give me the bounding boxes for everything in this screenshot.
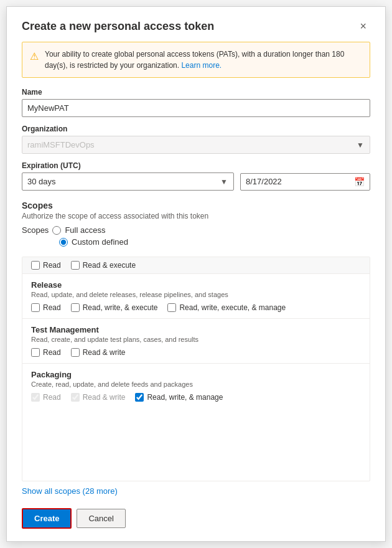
- packaging-checkboxes: Read Read & write Read, write, & manage: [31, 393, 361, 402]
- release-scope-section: Release Read, update, and delete release…: [22, 274, 370, 319]
- release-rwem-item: Read, write, execute, & manage: [167, 303, 286, 312]
- scopes-title: Scopes: [22, 201, 370, 210]
- packaging-read-label: Read: [43, 393, 61, 402]
- release-read-item: Read: [31, 303, 61, 312]
- partial-read-execute-item: Read & execute: [71, 261, 136, 270]
- warning-icon: ⚠: [30, 49, 39, 64]
- footer-buttons: Create Cancel: [22, 508, 370, 529]
- test-read-checkbox[interactable]: [31, 348, 40, 357]
- release-title: Release: [31, 280, 361, 290]
- scopes-radio-group: Scopes Full access: [22, 225, 370, 235]
- learn-more-link[interactable]: Learn more.: [181, 61, 222, 70]
- test-read-item: Read: [31, 348, 61, 357]
- test-management-scope-section: Test Management Read, create, and update…: [22, 319, 370, 364]
- packaging-desc: Create, read, update, and delete feeds a…: [31, 380, 361, 388]
- partial-read-checkbox[interactable]: [31, 261, 40, 270]
- partial-read-label: Read: [43, 261, 61, 270]
- packaging-rwm-item: Read, write, & manage: [135, 393, 223, 402]
- release-rwem-label: Read, write, execute, & manage: [179, 303, 286, 312]
- packaging-scope-section: Packaging Create, read, update, and dele…: [22, 364, 370, 408]
- packaging-rwm-checkbox[interactable]: [135, 393, 144, 402]
- partial-read-execute-checkbox[interactable]: [71, 261, 80, 270]
- create-button[interactable]: Create: [22, 508, 72, 529]
- test-mgmt-title: Test Management: [31, 325, 361, 334]
- partial-read-item: Read: [31, 261, 61, 270]
- test-rw-checkbox[interactable]: [71, 348, 80, 357]
- warning-banner: ⚠ Your ability to create global personal…: [22, 42, 370, 78]
- release-desc: Read, update, and delete releases, relea…: [31, 291, 361, 298]
- dialog-header: Create a new personal access token ×: [22, 19, 370, 33]
- scopes-scroll-area[interactable]: Read Read & execute Release Read, update…: [22, 257, 370, 456]
- release-read-checkbox[interactable]: [31, 303, 40, 312]
- calendar-icon: 📅: [354, 177, 365, 187]
- test-rw-item: Read & write: [71, 348, 126, 357]
- scopes-description: Authorize the scope of access associated…: [22, 212, 370, 220]
- partial-read-execute-label: Read & execute: [83, 261, 136, 270]
- packaging-read-item: Read: [31, 393, 61, 402]
- date-input[interactable]: [246, 177, 350, 186]
- scopes-section: Scopes Authorize the scope of access ass…: [22, 201, 370, 249]
- partial-scope-row: Read Read & execute: [22, 257, 370, 274]
- full-access-label: Full access: [65, 225, 105, 235]
- packaging-read-checkbox[interactable]: [31, 393, 40, 402]
- name-field-group: Name: [22, 88, 370, 125]
- test-mgmt-checkboxes: Read Read & write: [31, 348, 361, 357]
- custom-defined-label: Custom defined: [72, 237, 128, 247]
- release-rwe-item: Read, write, & execute: [71, 303, 158, 312]
- packaging-rw-label: Read & write: [83, 393, 126, 402]
- test-read-label: Read: [43, 348, 61, 357]
- release-rwem-checkbox[interactable]: [167, 303, 176, 312]
- org-select: ramiMSFTDevOps: [22, 136, 370, 154]
- packaging-rwm-label: Read, write, & manage: [147, 393, 223, 402]
- close-button[interactable]: ×: [356, 19, 370, 33]
- scopes-content-box: Read Read & execute Release Read, update…: [22, 257, 370, 481]
- create-pat-dialog: Create a new personal access token × ⚠ Y…: [6, 6, 386, 542]
- expiration-select[interactable]: 30 days 7 days 14 days 90 days Custom de…: [22, 172, 234, 191]
- release-rwe-checkbox[interactable]: [71, 303, 80, 312]
- expiration-field-group: Expiration (UTC) 30 days 7 days 14 days …: [22, 161, 370, 201]
- org-select-wrapper: ramiMSFTDevOps ▼: [22, 136, 370, 154]
- warning-text: Your ability to create global personal a…: [45, 49, 362, 71]
- name-label: Name: [22, 88, 370, 97]
- expiration-row: 30 days 7 days 14 days 90 days Custom de…: [22, 172, 370, 191]
- release-read-label: Read: [43, 303, 61, 312]
- release-checkboxes: Read Read, write, & execute Read, write,…: [31, 303, 361, 312]
- custom-radio-row: Custom defined: [59, 237, 370, 247]
- date-input-wrapper: 📅: [240, 173, 370, 191]
- release-rwe-label: Read, write, & execute: [83, 303, 158, 312]
- organization-field-group: Organization ramiMSFTDevOps ▼: [22, 125, 370, 161]
- show-all-scopes-link[interactable]: Show all scopes (28 more): [22, 486, 370, 496]
- name-input[interactable]: [22, 99, 370, 117]
- packaging-title: Packaging: [31, 370, 361, 379]
- org-label: Organization: [22, 125, 370, 133]
- packaging-rw-checkbox[interactable]: [71, 393, 80, 402]
- cancel-button[interactable]: Cancel: [77, 509, 125, 528]
- scopes-radio-label: Scopes: [22, 225, 49, 235]
- dialog-title: Create a new personal access token: [22, 20, 214, 33]
- test-rw-label: Read & write: [83, 348, 126, 357]
- full-access-radio[interactable]: [52, 226, 61, 235]
- packaging-rw-item: Read & write: [71, 393, 126, 402]
- custom-defined-radio[interactable]: [59, 238, 68, 247]
- expiration-label: Expiration (UTC): [22, 161, 370, 170]
- expiration-select-wrapper: 30 days 7 days 14 days 90 days Custom de…: [22, 172, 234, 191]
- partial-checkboxes-row: Read Read & execute: [31, 261, 361, 270]
- test-mgmt-desc: Read, create, and update test plans, cas…: [31, 336, 361, 343]
